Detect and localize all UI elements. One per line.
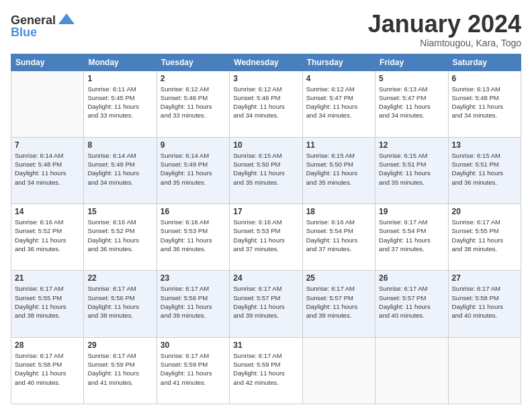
table-row: 21Sunrise: 6:17 AM Sunset: 5:55 PM Dayli… (11, 271, 84, 337)
table-row: 12Sunrise: 6:15 AM Sunset: 5:51 PM Dayli… (375, 137, 448, 203)
table-row (448, 337, 521, 404)
logo: General Blue (11, 11, 76, 40)
table-row: 16Sunrise: 6:16 AM Sunset: 5:53 PM Dayli… (157, 204, 229, 271)
logo-blue: Blue (11, 26, 37, 40)
calendar-week-row: 7Sunrise: 6:14 AM Sunset: 5:48 PM Daylig… (11, 137, 521, 203)
day-info: Sunrise: 6:17 AM Sunset: 5:58 PM Dayligh… (452, 284, 517, 320)
table-row: 22Sunrise: 6:17 AM Sunset: 5:56 PM Dayli… (84, 271, 157, 337)
day-number: 30 (161, 340, 226, 350)
day-number: 4 (306, 74, 371, 83)
day-info: Sunrise: 6:17 AM Sunset: 5:57 PM Dayligh… (233, 284, 298, 320)
day-info: Sunrise: 6:12 AM Sunset: 5:47 PM Dayligh… (306, 85, 371, 120)
col-thursday: Thursday (302, 54, 375, 71)
table-row: 6Sunrise: 6:13 AM Sunset: 5:48 PM Daylig… (448, 71, 521, 137)
table-row: 7Sunrise: 6:14 AM Sunset: 5:48 PM Daylig… (11, 137, 84, 203)
table-row: 9Sunrise: 6:14 AM Sunset: 5:49 PM Daylig… (157, 137, 229, 203)
table-row: 1Sunrise: 6:11 AM Sunset: 5:45 PM Daylig… (84, 71, 157, 137)
table-row: 10Sunrise: 6:15 AM Sunset: 5:50 PM Dayli… (230, 137, 302, 203)
table-row: 20Sunrise: 6:17 AM Sunset: 5:55 PM Dayli… (448, 204, 521, 271)
svg-marker-0 (58, 13, 75, 24)
day-number: 6 (452, 74, 517, 83)
table-row: 13Sunrise: 6:15 AM Sunset: 5:51 PM Dayli… (448, 137, 521, 203)
day-info: Sunrise: 6:16 AM Sunset: 5:53 PM Dayligh… (161, 218, 226, 253)
day-number: 13 (452, 140, 517, 150)
table-row: 25Sunrise: 6:17 AM Sunset: 5:57 PM Dayli… (302, 271, 375, 337)
table-row: 24Sunrise: 6:17 AM Sunset: 5:57 PM Dayli… (230, 271, 302, 337)
table-row: 14Sunrise: 6:16 AM Sunset: 5:52 PM Dayli… (11, 204, 84, 271)
day-number: 1 (87, 74, 152, 83)
col-tuesday: Tuesday (157, 54, 229, 71)
table-row: 17Sunrise: 6:16 AM Sunset: 5:53 PM Dayli… (230, 204, 302, 271)
table-row (375, 337, 448, 404)
day-info: Sunrise: 6:17 AM Sunset: 5:57 PM Dayligh… (379, 284, 444, 320)
day-info: Sunrise: 6:17 AM Sunset: 5:55 PM Dayligh… (15, 284, 80, 320)
day-number: 31 (233, 340, 298, 350)
day-info: Sunrise: 6:14 AM Sunset: 5:49 PM Dayligh… (161, 151, 226, 187)
table-row (302, 337, 375, 404)
day-number: 17 (233, 207, 298, 216)
day-number: 16 (161, 207, 226, 216)
day-info: Sunrise: 6:15 AM Sunset: 5:50 PM Dayligh… (233, 151, 298, 187)
day-info: Sunrise: 6:13 AM Sunset: 5:48 PM Dayligh… (452, 85, 517, 120)
table-row: 27Sunrise: 6:17 AM Sunset: 5:58 PM Dayli… (448, 271, 521, 337)
day-number: 8 (87, 140, 152, 150)
day-number: 21 (15, 273, 80, 283)
table-row: 2Sunrise: 6:12 AM Sunset: 5:46 PM Daylig… (157, 71, 229, 137)
table-row: 18Sunrise: 6:16 AM Sunset: 5:54 PM Dayli… (302, 204, 375, 271)
day-number: 3 (233, 74, 298, 83)
calendar-week-row: 28Sunrise: 6:17 AM Sunset: 5:58 PM Dayli… (11, 337, 521, 404)
header: General Blue January 2024 Niamtougou, Ka… (11, 11, 521, 48)
day-info: Sunrise: 6:17 AM Sunset: 5:57 PM Dayligh… (306, 284, 371, 320)
table-row: 31Sunrise: 6:17 AM Sunset: 5:59 PM Dayli… (230, 337, 302, 404)
month-title: January 2024 (368, 11, 521, 38)
day-number: 10 (233, 140, 298, 150)
day-number: 5 (379, 74, 444, 83)
day-number: 28 (15, 340, 80, 350)
day-number: 25 (306, 273, 371, 283)
day-number: 15 (87, 207, 152, 216)
day-info: Sunrise: 6:17 AM Sunset: 5:55 PM Dayligh… (452, 218, 517, 253)
day-number: 26 (379, 273, 444, 283)
table-row (11, 71, 84, 137)
table-row: 15Sunrise: 6:16 AM Sunset: 5:52 PM Dayli… (84, 204, 157, 271)
table-row: 5Sunrise: 6:13 AM Sunset: 5:47 PM Daylig… (375, 71, 448, 137)
day-number: 14 (15, 207, 80, 216)
day-info: Sunrise: 6:16 AM Sunset: 5:53 PM Dayligh… (233, 218, 298, 253)
page: General Blue January 2024 Niamtougou, Ka… (0, 0, 532, 411)
day-info: Sunrise: 6:15 AM Sunset: 5:50 PM Dayligh… (306, 151, 371, 187)
col-monday: Monday (84, 54, 157, 71)
day-number: 29 (87, 340, 152, 350)
col-sunday: Sunday (11, 54, 84, 71)
day-info: Sunrise: 6:12 AM Sunset: 5:46 PM Dayligh… (233, 85, 298, 120)
day-number: 19 (379, 207, 444, 216)
day-number: 12 (379, 140, 444, 150)
day-info: Sunrise: 6:17 AM Sunset: 5:59 PM Dayligh… (161, 351, 226, 387)
calendar-table: Sunday Monday Tuesday Wednesday Thursday… (11, 54, 521, 404)
table-row: 30Sunrise: 6:17 AM Sunset: 5:59 PM Dayli… (157, 337, 229, 404)
day-info: Sunrise: 6:17 AM Sunset: 5:59 PM Dayligh… (233, 351, 298, 387)
day-number: 7 (15, 140, 80, 150)
calendar-week-row: 21Sunrise: 6:17 AM Sunset: 5:55 PM Dayli… (11, 271, 521, 337)
calendar-header-row: Sunday Monday Tuesday Wednesday Thursday… (11, 54, 521, 71)
day-info: Sunrise: 6:16 AM Sunset: 5:54 PM Dayligh… (306, 218, 371, 253)
header-right: January 2024 Niamtougou, Kara, Togo (368, 11, 521, 48)
day-number: 23 (161, 273, 226, 283)
day-number: 11 (306, 140, 371, 150)
day-number: 18 (306, 207, 371, 216)
table-row: 8Sunrise: 6:14 AM Sunset: 5:49 PM Daylig… (84, 137, 157, 203)
logo-icon (57, 11, 76, 30)
table-row: 29Sunrise: 6:17 AM Sunset: 5:59 PM Dayli… (84, 337, 157, 404)
table-row: 11Sunrise: 6:15 AM Sunset: 5:50 PM Dayli… (302, 137, 375, 203)
day-info: Sunrise: 6:13 AM Sunset: 5:47 PM Dayligh… (379, 85, 444, 120)
day-info: Sunrise: 6:16 AM Sunset: 5:52 PM Dayligh… (87, 218, 152, 253)
col-wednesday: Wednesday (230, 54, 302, 71)
day-info: Sunrise: 6:17 AM Sunset: 5:59 PM Dayligh… (87, 351, 152, 387)
day-info: Sunrise: 6:14 AM Sunset: 5:48 PM Dayligh… (15, 151, 80, 187)
day-number: 20 (452, 207, 517, 216)
table-row: 4Sunrise: 6:12 AM Sunset: 5:47 PM Daylig… (302, 71, 375, 137)
day-number: 9 (161, 140, 226, 150)
table-row: 23Sunrise: 6:17 AM Sunset: 5:56 PM Dayli… (157, 271, 229, 337)
day-info: Sunrise: 6:17 AM Sunset: 5:56 PM Dayligh… (161, 284, 226, 320)
day-info: Sunrise: 6:15 AM Sunset: 5:51 PM Dayligh… (379, 151, 444, 187)
day-number: 22 (87, 273, 152, 283)
